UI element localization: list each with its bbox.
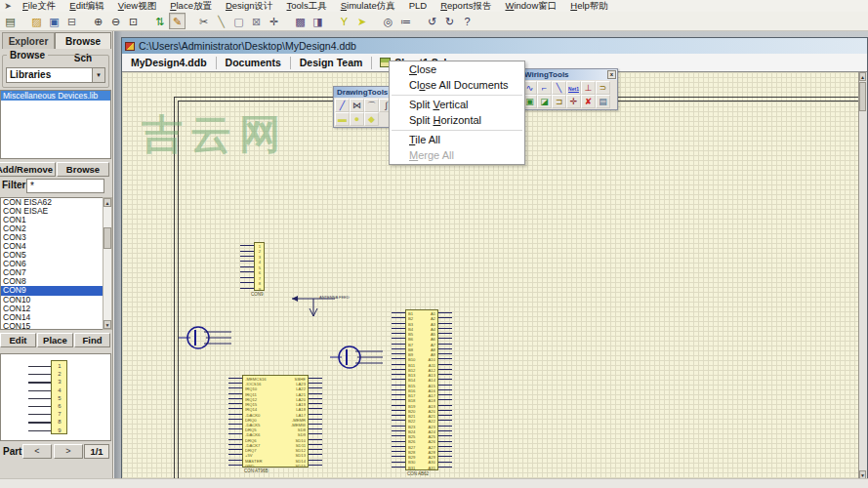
place-bus-entry-icon[interactable]: ⌐ [537, 81, 552, 95]
tab-explorer[interactable]: Explorer [2, 32, 55, 49]
con9-designator: CON9 [251, 292, 264, 297]
transistor-symbol[interactable] [179, 322, 233, 357]
library-item[interactable]: Miscellaneous Devices.lib [1, 91, 110, 101]
find-button[interactable]: Find [74, 333, 110, 347]
draw-round-rect-icon[interactable]: ▬ [335, 112, 350, 126]
browse-group: Browse Libraries ▼ [2, 55, 109, 88]
antenna-symbol[interactable] [288, 287, 347, 322]
draw-pie-icon[interactable]: ◆ [364, 112, 379, 126]
context-split-vertical[interactable]: Split Vertical [390, 98, 524, 113]
component-list-scrollbar[interactable]: ▲ ▼ [103, 197, 112, 330]
transistor-symbol[interactable] [330, 342, 385, 377]
draw-polygon-icon[interactable]: ⋈ [350, 99, 364, 112]
save-icon[interactable]: ▣ [46, 13, 62, 29]
print-icon[interactable]: ⊟ [63, 13, 80, 29]
draw-arc-icon[interactable]: ⌒ [364, 99, 379, 112]
edit-pencil-icon[interactable]: ✎ [169, 13, 186, 29]
menu-design[interactable]: Design设计 [219, 0, 280, 13]
move-icon[interactable]: ✛ [266, 13, 282, 29]
menu-tools[interactable]: Tools工具 [280, 0, 334, 13]
scroll-up-icon[interactable]: ▲ [859, 72, 866, 81]
context-close-all-documents[interactable]: Close All Documents [390, 78, 524, 94]
undo-icon[interactable]: ↺ [424, 13, 440, 29]
draw-line-icon[interactable]: ╱ [335, 99, 350, 112]
place-bus-icon[interactable]: ╲ [552, 81, 566, 95]
zoom-out-icon[interactable]: ⊖ [107, 13, 124, 29]
menu-simulate[interactable]: Simulate仿真 [334, 0, 402, 13]
part-prev-button[interactable]: < [22, 444, 52, 459]
wiring-tools-buttons: ∿⌐╲Net1⊥⊃▣◪⊐✛✘▤ [521, 80, 617, 109]
app-icon: ➤ [0, 1, 16, 11]
tab-mydesign4-ddb[interactable]: MyDesign4.ddb [122, 57, 217, 69]
place-port-icon[interactable]: ⊐ [552, 95, 566, 108]
place-no-erc-icon[interactable]: ✘ [581, 95, 596, 108]
canvas-vscrollbar[interactable]: ▲ ▼ [858, 72, 867, 479]
tab-browse-sch[interactable]: Browse Sch [55, 32, 111, 49]
clipboard-icon[interactable]: ▩ [292, 13, 309, 29]
context-split-horizontal[interactable]: Split Horizontal [390, 113, 524, 129]
preview-part-body: 123456789 [51, 360, 67, 434]
context-close[interactable]: Close [390, 62, 524, 78]
menu-bar: ➤ File文件Edit编辑View视图Place放置Design设计Tools… [0, 0, 868, 12]
edit-button[interactable]: Edit [0, 333, 36, 347]
tab-design-team[interactable]: Design Team [291, 57, 373, 69]
draw-ellipse-icon[interactable]: ● [350, 112, 364, 126]
menu-edit[interactable]: Edit编辑 [62, 0, 110, 13]
zoom-area-icon[interactable]: ⊡ [125, 13, 142, 29]
cutter-icon[interactable]: ✂ [195, 13, 212, 29]
chip-component[interactable]: -MEMCS16-IOCS16IRQ10IRQ11IRQ12IRQ15IRQ14… [242, 375, 309, 468]
netlist-icon[interactable]: ≔ [397, 13, 414, 29]
scroll-down-icon[interactable]: ▼ [103, 320, 111, 329]
menu-window[interactable]: Window窗口 [498, 0, 563, 13]
place-net-label-icon[interactable]: Net1 [566, 81, 581, 95]
tall-left-pin-lines [392, 310, 405, 469]
add-remove-button[interactable]: Add/Remove [0, 162, 56, 177]
browse-button[interactable]: Browse [57, 162, 109, 177]
run-arrow-icon[interactable]: ➤ [353, 13, 370, 29]
wire-stub-icon[interactable]: ╲ [213, 13, 229, 29]
menu-place[interactable]: Place放置 [163, 0, 219, 13]
place-button[interactable]: Place [37, 333, 73, 347]
menu-file[interactable]: File文件 [16, 0, 62, 13]
redo-icon[interactable]: ↻ [441, 13, 458, 29]
document-titlebar[interactable]: C:\Users\Administrator\Desktop\MyDesign4… [122, 38, 867, 54]
wiring-tools-titlebar[interactable]: WiringTools x [521, 69, 617, 80]
tall-connector-component[interactable]: B1B2B3B4B5B6B7B8B9B10B11B12B13B14B15B16B… [405, 309, 438, 470]
place-sheet-entry-icon[interactable]: ◪ [537, 95, 552, 108]
scroll-up-icon[interactable]: ▲ [103, 198, 111, 207]
scrollbar-thumb[interactable] [103, 227, 111, 249]
place-directive-icon[interactable]: ▤ [596, 95, 610, 108]
scrollbar-thumb[interactable] [859, 82, 866, 111]
menu-help[interactable]: Help帮助 [563, 0, 615, 13]
pin-name: A31 [422, 466, 435, 470]
preview-pin: 3 [52, 378, 67, 386]
close-icon[interactable]: x [607, 70, 616, 79]
help-icon[interactable]: ? [459, 13, 475, 29]
tab-documents[interactable]: Documents [217, 57, 291, 69]
filter-input[interactable]: * [26, 179, 104, 193]
select-area-icon[interactable]: ▢ [230, 13, 247, 29]
menu-reports[interactable]: Reports报告 [434, 0, 498, 13]
transform-icon[interactable]: ◨ [310, 13, 326, 29]
design-explorer-icon[interactable]: ▤ [2, 13, 19, 29]
con9-component[interactable]: 123456789 [254, 242, 265, 291]
deselect-icon[interactable]: ⊠ [248, 13, 265, 29]
chip-right-pin-names: SBHELA23LA22LA21LA20LA19LA18LA17-MEMR-ME… [276, 377, 306, 468]
chip-designator: CON AT96B [244, 468, 268, 473]
wrench-icon[interactable]: Y [336, 13, 352, 29]
menu-view[interactable]: View视图 [111, 0, 163, 13]
component-item-con15[interactable]: CON15 [1, 322, 110, 330]
sort-arrows-icon[interactable]: ⇅ [151, 13, 168, 29]
place-power-port-icon[interactable]: ⊥ [581, 81, 596, 95]
context-tile-all[interactable]: Tile All [390, 133, 524, 148]
browse-mode-select[interactable]: Libraries ▼ [6, 67, 105, 83]
part-next-button[interactable]: > [54, 444, 83, 459]
chip-left-pin-names: -MEMCS16-IOCS16IRQ10IRQ11IRQ12IRQ15IRQ14… [245, 377, 278, 468]
probe-icon[interactable]: ◎ [380, 13, 396, 29]
place-junction-icon[interactable]: ✛ [566, 95, 581, 108]
dropdown-arrow-icon[interactable]: ▼ [92, 68, 104, 82]
zoom-in-icon[interactable]: ⊕ [90, 13, 106, 29]
open-folder-icon[interactable]: ▨ [28, 13, 45, 29]
menu-pld[interactable]: PLD [402, 0, 434, 13]
place-part-icon[interactable]: ⊃ [596, 81, 610, 95]
